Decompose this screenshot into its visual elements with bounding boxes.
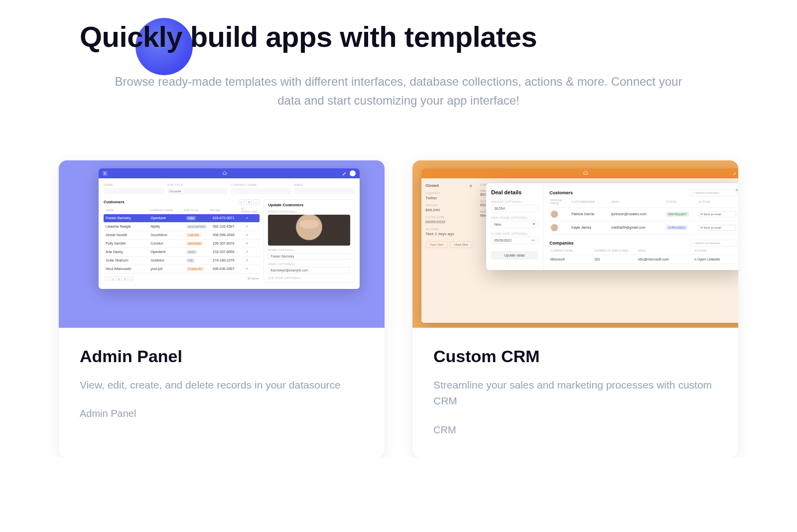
home-icon <box>111 171 339 176</box>
table-row: Polly SandlinConsluxMANAGER239-307-8976✓ <box>104 240 260 248</box>
name-label: NAME (OPTIONAL) <box>268 249 350 252</box>
close-date-label: CLOSE DATE (OPTIONAL) <box>491 232 538 235</box>
companies-thead: COMPANY NAMENUMBER OF EMPLOYEESEMAILACTI… <box>549 247 737 255</box>
customers-thead: PROFILE IMAGECUSTOMERNAMEEMAILSTATUSACTI… <box>549 196 737 208</box>
stage-value: New▾ <box>491 221 538 228</box>
photo-label: PHOTO (OPTIONAL) <box>268 210 350 213</box>
table-row: Latashia NeagleNiplifyACCOUNTANT582-103-… <box>104 223 260 231</box>
customers-search: ⌕ Search customers… <box>690 189 737 196</box>
table-row: Frasier BarnsleyOpentuneCMO619-672-0071✓ <box>104 214 260 223</box>
table-row: Jessie NovelliGoodsilronLAWYER938-598-26… <box>104 231 260 240</box>
calendar-icon: ▭ <box>531 238 535 242</box>
back-icon <box>103 171 108 176</box>
close-deal-btn: Close Deal <box>450 241 472 248</box>
table-row: Patricia Garcialjohnson@rosales.comNEW R… <box>549 208 737 221</box>
admin-filter-row: NAMEJOB TITLEChoose ▾COMPANY NAMEEMAIL <box>99 178 360 199</box>
hero-subtitle: Browse ready-made templates with differe… <box>105 72 692 111</box>
crm-mock-window: Closed⌕ COMPANYTwitterAMOUNT$46,040CLOSE… <box>421 168 738 323</box>
update-title: Update Customers <box>268 203 350 207</box>
card-preview: Closed⌕ COMPANYTwitterAMOUNT$46,040CLOSE… <box>412 160 738 328</box>
admin-table-toolbar: ⌕ ⇅ ⋯ <box>239 199 260 205</box>
table-row: Jodie StrahornGoldidoxATE274-180-2279✓ <box>104 257 260 265</box>
close-icon: × <box>735 187 738 193</box>
table-row: Ada GazeyOpentechHOST210-337-8056✓ <box>104 248 260 257</box>
crm-topbar <box>421 168 738 178</box>
amount-value: 38,554 <box>491 205 538 212</box>
crm-side-panel: Closed⌕ COMPANYTwitterAMOUNT$46,040CLOSE… <box>421 178 476 323</box>
table-row: Kayla Jamesmartha59@gmail.comIN PROGRESS… <box>549 221 737 235</box>
avatar-icon <box>350 170 356 176</box>
card-tag: Admin Panel <box>80 408 364 419</box>
email-value: fbarnsley0@example.com <box>268 267 350 273</box>
more-icon: ⋯ <box>254 199 260 205</box>
card-title: Custom CRM <box>433 347 717 366</box>
admin-thead: NAMECOMPANY NAMEJOB TITLEPHONEIS APPROVE… <box>104 207 260 214</box>
card-desc: View, edit, create, and delete records i… <box>80 377 364 394</box>
card-title: Admin Panel <box>80 347 364 366</box>
card-tag: CRM <box>433 424 717 436</box>
home-icon <box>421 170 738 176</box>
hero-title: Quickly build apps with templates <box>30 20 767 53</box>
admin-table: Customers ⌕ ⇅ ⋯ NAMECOMPANY NAMEJOB TITL… <box>104 199 260 283</box>
open-deal-btn: Open Deal <box>425 241 448 248</box>
stage-label: DEAL STAGE (OPTIONAL) <box>491 216 538 219</box>
modal-title: Deal details <box>491 189 538 195</box>
job-label: JOB TITLE (OPTIONAL) <box>268 276 350 279</box>
close-date-value: 05/29/2022▭ <box>491 237 538 244</box>
admin-total: 16 items <box>247 277 259 280</box>
chevron-down-icon: ▾ <box>533 222 535 226</box>
search-icon: ⌕ <box>239 199 245 205</box>
card-desc: Streamline your sales and marketing proc… <box>433 377 717 409</box>
table-row: Microsoft101info@microsoft.com⎋ Open Lin… <box>549 255 737 264</box>
crm-side-header: Closed <box>425 183 439 188</box>
template-card-admin-panel[interactable]: NAMEJOB TITLEChoose ▾COMPANY NAMEEMAIL C… <box>59 160 385 458</box>
name-value: Frasier Barnsley <box>268 253 350 260</box>
companies-section-title: Companies <box>549 241 574 246</box>
admin-pager: ‹123› 16 items <box>104 273 260 281</box>
customer-photo <box>268 215 350 246</box>
edit-icon <box>342 171 347 176</box>
search-icon: ⌕ <box>470 183 472 188</box>
crm-deal-modal: Deal details AMOUNT (OPTIONAL) 38,554 DE… <box>486 183 738 270</box>
admin-update-panel: Update Customers PHOTO (OPTIONAL) NAME (… <box>264 199 355 283</box>
customers-section-title: Customers <box>549 190 573 195</box>
email-label: EMAIL (OPTIONAL) <box>268 263 350 266</box>
amount-label: AMOUNT (OPTIONAL) <box>491 200 538 203</box>
admin-mock-window: NAMEJOB TITLEChoose ▾COMPANY NAMEEMAIL C… <box>99 168 360 289</box>
filter-icon: ⇅ <box>246 199 252 205</box>
template-cards: NAMEJOB TITLEChoose ▾COMPANY NAMEEMAIL C… <box>30 160 767 458</box>
table-row: Nicol Aftanoswkiyout jobIT ANALYST699-63… <box>104 265 260 273</box>
companies-search: ⌕ Search companies… <box>690 240 737 247</box>
update-deals-btn: Update deals <box>491 251 538 260</box>
template-card-custom-crm[interactable]: Closed⌕ COMPANYTwitterAMOUNT$46,040CLOSE… <box>412 160 738 458</box>
edit-icon <box>732 171 737 176</box>
admin-table-title: Customers <box>104 200 125 204</box>
admin-topbar <box>99 168 360 178</box>
card-preview: NAMEJOB TITLEChoose ▾COMPANY NAMEEMAIL C… <box>59 160 385 328</box>
